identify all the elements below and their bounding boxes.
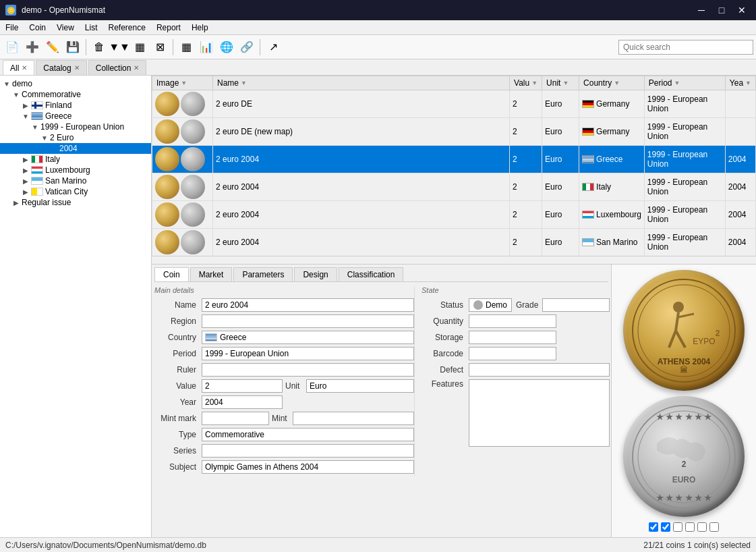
tree-italy[interactable]: ▶ Italy	[0, 154, 151, 165]
tree-commemorative[interactable]: ▼ Commemorative	[0, 89, 151, 100]
table-row[interactable]: 2 euro DE2Euro Germany 1999 - European U…	[152, 90, 756, 118]
menu-file[interactable]: File	[0, 20, 24, 34]
tree-finland[interactable]: ▶ Finland	[0, 100, 151, 111]
quantity-input[interactable]	[469, 314, 556, 328]
tab-catalog[interactable]: Catalog ✕	[36, 60, 86, 75]
filter-button[interactable]: ▼▼	[110, 38, 129, 57]
link-button[interactable]: 🔗	[237, 38, 256, 57]
delete-button[interactable]: 🗑	[90, 38, 109, 57]
detail-tab-design[interactable]: Design	[294, 267, 337, 281]
coin-thumb-reverse	[181, 147, 205, 171]
table-row[interactable]: 2 euro DE (new map)2Euro Germany 1999 - …	[152, 118, 756, 146]
col-period[interactable]: Period▼	[644, 76, 725, 90]
mint-mark-input[interactable]	[202, 412, 269, 425]
col-value[interactable]: Valu▼	[510, 76, 542, 90]
tree-greece[interactable]: ▼ Greece	[0, 111, 151, 121]
coin-thumb-reverse	[181, 202, 205, 227]
value-input[interactable]	[202, 379, 283, 393]
subject-input[interactable]	[202, 460, 414, 474]
menu-reference[interactable]: Reference	[103, 20, 151, 34]
new-button[interactable]: 📄	[3, 38, 22, 57]
tree-panel: ▼ demo ▼ Commemorative ▶ Finland ▼ Greec…	[0, 76, 152, 537]
checkbox3[interactable]	[673, 522, 682, 532]
tree-luxembourg[interactable]: ▶ Luxembourg	[0, 165, 151, 175]
chart-button[interactable]: 📊	[197, 38, 216, 57]
table-row[interactable]: 2 euro 20042Euro Luxembourg 1999 - Europ…	[152, 201, 756, 229]
tree-2004[interactable]: 2004	[0, 143, 151, 154]
unit-input[interactable]	[306, 379, 414, 393]
tab-collection-close[interactable]: ✕	[134, 64, 139, 72]
minimize-button[interactable]: ─	[693, 3, 710, 17]
add-button[interactable]: ➕	[23, 38, 42, 57]
close-button[interactable]: ✕	[733, 3, 751, 17]
globe-button[interactable]: 🌐	[217, 38, 236, 57]
col-image[interactable]: Image▼	[152, 76, 213, 90]
save-button[interactable]: 💾	[63, 38, 82, 57]
toolbar: 📄 ➕ ✏️ 💾 🗑 ▼▼ ▦ ⊠ ▦ 📊 🌐 🔗 ↗	[0, 35, 756, 59]
detail-tab-classification[interactable]: Classification	[339, 267, 404, 281]
tab-collection[interactable]: Collection ✕	[88, 60, 147, 75]
defect-input[interactable]	[469, 363, 610, 377]
detail-tab-market[interactable]: Market	[190, 267, 233, 281]
edit-button[interactable]: ✏️	[43, 38, 62, 57]
features-label: Features	[421, 379, 469, 389]
sep2	[173, 39, 173, 55]
ruler-label: Ruler	[154, 365, 202, 375]
year-input[interactable]	[202, 395, 283, 409]
region-input[interactable]	[202, 314, 414, 328]
tree-vaticancity-label: Vatican City	[45, 187, 88, 196]
barcode-input[interactable]	[469, 347, 556, 360]
detail-tab-parameters[interactable]: Parameters	[233, 267, 293, 281]
table-row[interactable]: 2 euro 20042Euro Greece 1999 - European …	[152, 146, 756, 173]
storage-input[interactable]	[469, 331, 556, 344]
grid-button[interactable]: ▦	[177, 38, 196, 57]
checkbox2[interactable]	[661, 522, 670, 532]
checkbox5[interactable]	[697, 522, 707, 532]
col-country[interactable]: Country▼	[579, 76, 645, 90]
tree-1999eu[interactable]: ▼ 1999 - European Union	[0, 121, 151, 132]
misc-button[interactable]: ↗	[264, 38, 283, 57]
menu-view[interactable]: View	[51, 20, 80, 34]
grade-input[interactable]	[542, 298, 610, 312]
menu-report[interactable]: Report	[151, 20, 186, 34]
tree-commemorative-toggle: ▼	[11, 91, 22, 99]
detail-col-left: Main details Name Region Country	[154, 286, 414, 476]
period-input[interactable]	[202, 347, 414, 360]
table-scrollbar[interactable]	[152, 256, 756, 264]
features-textarea[interactable]	[469, 379, 610, 447]
menu-help[interactable]: Help	[186, 20, 214, 34]
detail-area: Coin Market Parameters Design Classifica…	[152, 265, 756, 537]
col-unit[interactable]: Unit▼	[542, 76, 579, 90]
tab-all[interactable]: All ✕	[3, 60, 34, 75]
table-row[interactable]: 2 euro 20042Euro Italy 1999 - European U…	[152, 173, 756, 201]
coin-table-wrapper[interactable]: Image▼ Name▼ Valu▼ Unit▼	[152, 76, 756, 256]
menu-list[interactable]: List	[80, 20, 103, 34]
table-row[interactable]: 2 euro 20042Euro San Marino 1999 - Europ…	[152, 229, 756, 256]
group-button[interactable]: ▦	[130, 38, 149, 57]
tab-all-close[interactable]: ✕	[22, 64, 27, 72]
tree-2euro[interactable]: ▼ 2 Euro	[0, 132, 151, 143]
menu-coin[interactable]: Coin	[24, 20, 51, 34]
checkbox4[interactable]	[685, 522, 695, 532]
checkbox6[interactable]	[709, 522, 719, 532]
tree-vaticancity[interactable]: ▶ Vatican City	[0, 186, 151, 197]
tree-sanmarino[interactable]: ▶ San Marino	[0, 175, 151, 186]
checkbox1[interactable]	[649, 522, 658, 532]
tab-catalog-close[interactable]: ✕	[74, 64, 80, 72]
tree-regularissue[interactable]: ▶ Regular issue	[0, 197, 151, 208]
search-input[interactable]	[618, 40, 753, 55]
name-input[interactable]	[202, 298, 414, 312]
export-button[interactable]: ⊠	[150, 38, 169, 57]
type-input[interactable]	[202, 428, 414, 441]
col-year[interactable]: Yea▼	[725, 76, 755, 90]
col-name[interactable]: Name▼	[213, 76, 510, 90]
series-input[interactable]	[202, 444, 414, 458]
maximize-button[interactable]: □	[713, 3, 730, 17]
ruler-input[interactable]	[202, 363, 414, 377]
mint-input[interactable]	[293, 412, 414, 425]
tree-luxembourg-label: Luxembourg	[45, 165, 90, 175]
tree-root[interactable]: ▼ demo	[0, 78, 151, 89]
detail-tab-coin[interactable]: Coin	[154, 267, 189, 281]
name-label: Name	[154, 300, 202, 310]
tree-regularissue-toggle: ▶	[11, 199, 22, 206]
